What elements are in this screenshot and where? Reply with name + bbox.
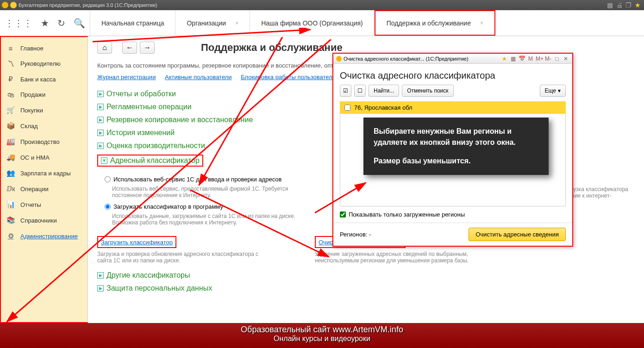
dialog-titlebar[interactable]: Очистка адресного классификат... (1С:Пре… — [333, 54, 572, 64]
ruble-icon: ₽ — [6, 75, 15, 83]
home-button[interactable]: ⌂ — [97, 42, 112, 54]
close-icon[interactable]: × — [235, 20, 238, 26]
sidebar-item-administration[interactable]: ⚙Администрирование — [1, 228, 88, 244]
gear-icon: ⚙ — [6, 232, 15, 240]
clear-desc: Удаление загруженных адресных сведений п… — [315, 251, 486, 264]
sidebar-item-sales[interactable]: 🛍Продажи — [1, 87, 88, 102]
back-button[interactable]: ← — [122, 42, 137, 54]
close-icon[interactable]: × — [480, 20, 483, 26]
memory-m[interactable]: M — [527, 56, 534, 62]
fav-icon[interactable]: ★ — [500, 56, 508, 62]
region-row[interactable]: 76, Ярославская обл — [340, 101, 566, 114]
calc-icon[interactable]: ▦ — [607, 1, 614, 9]
section-address-classifier[interactable]: ▼Адресный классификатор — [97, 155, 203, 167]
favorites-icon[interactable]: ★ — [41, 18, 49, 29]
close-icon[interactable]: ✕ — [562, 56, 569, 62]
load-desc: Загрузка и проверка обновления адресного… — [97, 251, 269, 264]
promo-banner: Образовательный сайт www.ArtemVM.info Он… — [0, 323, 644, 348]
radio-webservice-help: Использовать веб-сервис, предоставляемый… — [112, 186, 306, 199]
app-icon — [2, 2, 8, 8]
sidebar-item-catalogs[interactable]: 📚Справочники — [1, 212, 88, 228]
maximize-icon[interactable]: □ — [553, 56, 561, 62]
cancel-find-button[interactable]: Отменить поиск — [402, 85, 453, 97]
dialog-title-text: Очистка адресного классификат... (1С:Пре… — [344, 56, 469, 62]
star-icon[interactable]: ★ — [635, 1, 642, 9]
more-button[interactable]: Еще ▾ — [540, 85, 566, 97]
print-icon[interactable]: 🖨 — [616, 1, 624, 9]
tool-icons: ⋮⋮⋮ ★ ↻ 🔍 — [0, 10, 90, 36]
find-button[interactable]: Найти... — [369, 85, 399, 97]
apps-icon[interactable]: ⋮⋮⋮ — [5, 18, 32, 29]
memory-mplus[interactable]: M+ — [536, 56, 543, 62]
link-journal[interactable]: Журнал регистрации — [97, 74, 156, 81]
chart-icon: 〽 — [6, 60, 15, 68]
load-classifier-box: Загрузить классификатор — [97, 236, 176, 248]
search-icon[interactable]: 🔍 — [74, 18, 85, 29]
link-load-classifier[interactable]: Загрузить классификатор — [101, 239, 173, 246]
expand-icon: ▶ — [97, 117, 104, 123]
home-icon: ≡ — [6, 44, 15, 52]
radio-load-help: Использовать данные, загружаемые с сайта… — [112, 213, 306, 226]
expand-icon: ▶ — [97, 272, 104, 279]
collapse-icon: ▼ — [101, 157, 107, 164]
section-personal-data[interactable]: ▶Защита персональных данных — [97, 284, 635, 292]
dialog-toolbar: ☑ ☐ Найти... Отменить поиск Еще ▾ — [333, 85, 572, 101]
sidebar-item-manager[interactable]: 〽Руководителю — [1, 56, 88, 71]
expand-icon: ▶ — [97, 143, 104, 149]
box-icon: 📦 — [6, 122, 15, 130]
tab-organizations[interactable]: Организации× — [175, 10, 250, 36]
calendar-icon[interactable]: 📅 — [518, 56, 525, 62]
sidebar-item-production[interactable]: 🏭Производство — [1, 134, 88, 149]
sidebar-item-bank[interactable]: ₽Банк и касса — [1, 71, 88, 87]
debit-icon: ⅅк — [6, 185, 15, 193]
region-checkbox[interactable] — [344, 105, 350, 111]
sidebar-item-warehouse[interactable]: 📦Склад — [1, 118, 88, 134]
region-list: Выбираете ненужные Вам регионы и удаляет… — [340, 114, 566, 206]
cart-icon: 🛒 — [6, 106, 15, 114]
expand-icon: ▶ — [97, 130, 104, 136]
banner-line1: Образовательный сайт www.ArtemVM.info — [0, 323, 644, 335]
books-icon: 📚 — [6, 216, 15, 224]
show-loaded-checkbox[interactable]: Показывать только загруженные регионы — [333, 206, 572, 223]
expand-icon: ▶ — [97, 91, 104, 97]
people-icon: 👥 — [6, 169, 15, 177]
calc-icon[interactable]: ▦ — [509, 56, 517, 62]
page-title: Поддержка и обслуживание — [201, 42, 343, 54]
history-icon[interactable]: ↻ — [57, 18, 65, 29]
dialog-heading: Очистка адресного классификатора — [333, 64, 572, 85]
sidebar-item-reports[interactable]: 📊Отчеты — [1, 197, 88, 212]
tab-firm[interactable]: Наша фирма ООО (Организация) — [250, 10, 375, 36]
sidebar-item-assets[interactable]: 🚚ОС и НМА — [1, 149, 88, 165]
copy-icon[interactable]: ❐ — [625, 1, 633, 9]
link-block-users[interactable]: Блокировка работы пользователей — [241, 74, 339, 81]
banner-line2: Онлайн курсы и видеоуроки — [0, 335, 644, 343]
main-toolbar: ⋮⋮⋮ ★ ↻ 🔍 Начальная страница Организации… — [0, 10, 644, 36]
tabs: Начальная страница Организации× Наша фир… — [90, 10, 495, 36]
dropdown-icon[interactable] — [10, 2, 17, 8]
report-icon: 📊 — [6, 200, 15, 209]
app-icon — [336, 56, 342, 62]
expand-icon: ▶ — [97, 104, 104, 110]
factory-icon: 🏭 — [6, 137, 15, 146]
select-all-button[interactable]: ☑ — [340, 85, 351, 97]
link-active-users[interactable]: Активные пользователи — [165, 74, 232, 81]
section-other-classifiers[interactable]: ▶Другие классификаторы — [97, 271, 635, 280]
truck-icon: 🚚 — [6, 153, 15, 162]
tab-support[interactable]: Поддержка и обслуживание× — [375, 10, 495, 36]
titlebar: Бухгалтерия предприятия, редакция 3.0 (1… — [0, 0, 644, 10]
sidebar-item-operations[interactable]: ⅅкОперации — [1, 181, 88, 197]
titlebar-text: Бухгалтерия предприятия, редакция 3.0 (1… — [19, 2, 157, 8]
deselect-all-button[interactable]: ☐ — [354, 85, 366, 97]
regions-count: Регионов: - — [340, 231, 371, 238]
forward-button[interactable]: → — [140, 42, 155, 54]
sidebar-item-purchases[interactable]: 🛒Покупки — [1, 102, 88, 118]
dialog-footer: Регионов: - Очистить адресные сведения — [333, 223, 572, 246]
clear-address-button[interactable]: Очистить адресные сведения — [469, 228, 566, 241]
sidebar-item-salary[interactable]: 👥Зарплата и кадры — [1, 165, 88, 181]
expand-icon: ▶ — [97, 285, 104, 292]
sidebar: ≡Главное 〽Руководителю ₽Банк и касса 🛍Пр… — [0, 36, 88, 323]
memory-mminus[interactable]: M- — [544, 56, 552, 62]
tab-start[interactable]: Начальная страница — [90, 10, 175, 36]
clear-classifier-dialog: Очистка адресного классификат... (1С:Пре… — [332, 53, 573, 247]
sidebar-item-main[interactable]: ≡Главное — [1, 41, 88, 56]
